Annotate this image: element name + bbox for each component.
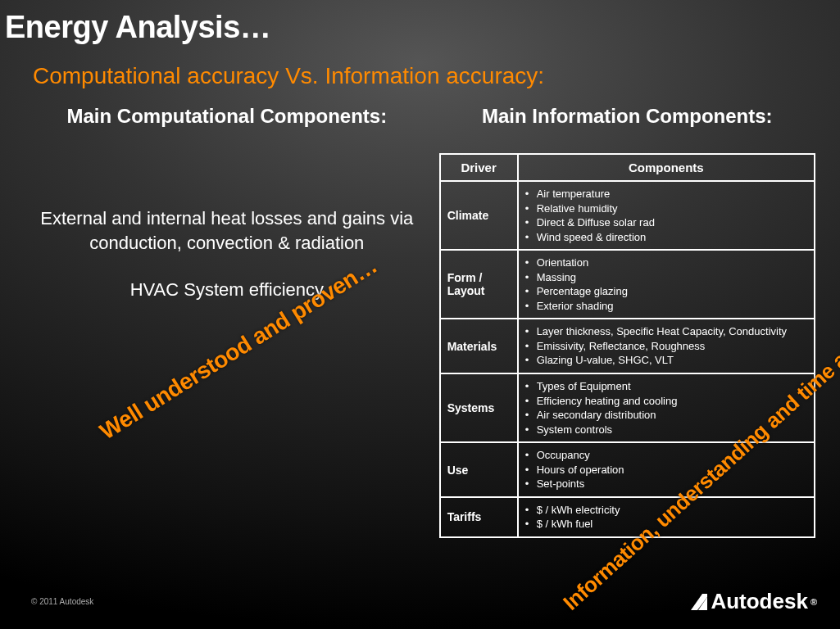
list-item: Glazing U-value, SHGC, VLT [525, 353, 807, 368]
components-list: Layer thickness, Specific Heat Capacity,… [525, 324, 807, 368]
components-cell: OrientationMassingPercentage glazingExte… [518, 250, 815, 319]
list-item: Emissivity, Reflectance, Roughness [525, 339, 807, 354]
components-list: OrientationMassingPercentage glazingExte… [525, 256, 807, 313]
table-row: MaterialsLayer thickness, Specific Heat … [440, 319, 815, 373]
components-cell: OccupancyHours of operationSet-points [518, 442, 815, 497]
slide: Energy Analysis… Computational accuracy … [0, 0, 840, 629]
left-column: Main Computational Components: External … [31, 104, 439, 538]
list-item: Hours of operation [525, 463, 807, 477]
info-tbody: ClimateAir temperatureRelative humidityD… [440, 181, 815, 537]
list-item: Relative humidity [525, 201, 807, 216]
driver-cell: Materials [440, 319, 518, 373]
driver-cell: Form / Layout [440, 250, 518, 319]
copyright: © 2011 Autodesk [31, 597, 93, 606]
left-heading: Main Computational Components: [31, 104, 423, 129]
driver-cell: Tariffs [440, 497, 518, 537]
list-item: Layer thickness, Specific Heat Capacity,… [525, 324, 807, 339]
list-item: Massing [525, 270, 807, 285]
list-item: Wind speed & direction [525, 230, 807, 245]
right-heading: Main Information Components: [439, 104, 815, 129]
table-row: Tariffs$ / kWh electricity$ / kWh fuel [440, 497, 815, 537]
table-row: ClimateAir temperatureRelative humidityD… [440, 181, 815, 250]
driver-cell: Climate [440, 181, 518, 250]
list-item: Direct & Diffuse solar rad [525, 215, 807, 230]
list-item: Set-points [525, 477, 807, 491]
list-item: Air temperature [525, 187, 807, 201]
th-driver: Driver [440, 154, 518, 181]
list-item: Orientation [525, 256, 807, 270]
logo-text: Autodesk [711, 589, 807, 614]
left-para-1: External and internal heat losses and ga… [31, 206, 423, 255]
right-column: Main Information Components: Driver Comp… [439, 104, 815, 538]
page-title: Energy Analysis… [0, 0, 840, 45]
list-item: Efficiency heating and cooling [525, 394, 807, 409]
subtitle: Computational accuracy Vs. Information a… [0, 45, 840, 89]
th-components: Components [518, 154, 815, 181]
list-item: Exterior shading [525, 299, 807, 314]
components-cell: Layer thickness, Specific Heat Capacity,… [518, 319, 815, 373]
autodesk-logo-icon [691, 594, 707, 610]
components-list: Air temperatureRelative humidityDirect &… [525, 187, 807, 244]
driver-cell: Systems [440, 373, 518, 442]
components-cell: Air temperatureRelative humidityDirect &… [518, 181, 815, 250]
logo-reg: ® [810, 597, 817, 607]
list-item: Percentage glazing [525, 284, 807, 299]
list-item: Types of Equipment [525, 379, 807, 394]
info-table: Driver Components ClimateAir temperature… [439, 153, 815, 538]
driver-cell: Use [440, 442, 518, 497]
components-list: OccupancyHours of operationSet-points [525, 448, 807, 491]
table-row: Form / LayoutOrientationMassingPercentag… [440, 250, 815, 319]
autodesk-logo: Autodesk® [691, 589, 817, 614]
list-item: Occupancy [525, 448, 807, 463]
